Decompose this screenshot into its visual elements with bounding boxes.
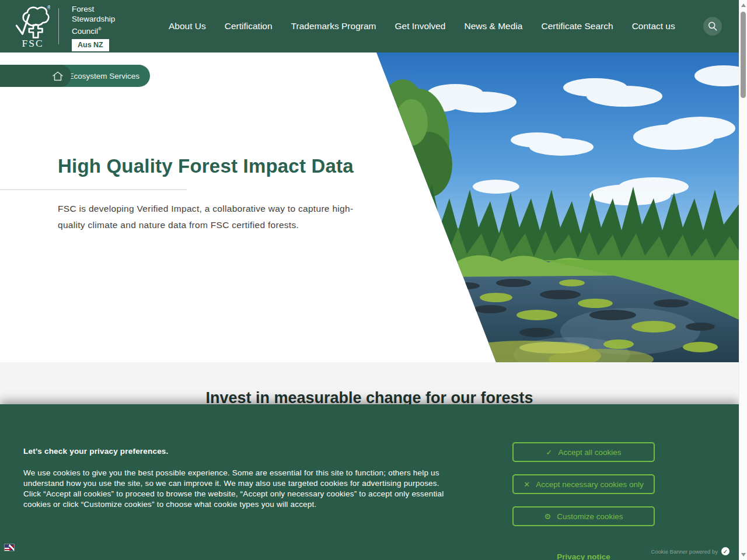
cookie-heading: Let’s check your privacy preferences. (23, 447, 455, 456)
breadcrumb-home[interactable] (0, 65, 71, 87)
nav-news-media[interactable]: News & Media (465, 21, 523, 32)
registered-mark: ® (47, 5, 50, 10)
x-icon: ✕ (523, 481, 530, 488)
region-badge[interactable]: Aus NZ (72, 39, 109, 51)
language-flag-icon[interactable] (5, 544, 14, 551)
search-button[interactable] (703, 17, 722, 36)
site-header: ® FSC Forest Stewardship Council® Aus NZ… (0, 0, 739, 52)
cookie-consent-banner: Let’s check your privacy preferences. We… (0, 404, 739, 560)
nav-get-involved[interactable]: Get Involved (395, 21, 445, 32)
search-icon (707, 20, 718, 32)
brand-name: Forest Stewardship Council® Aus NZ (72, 4, 115, 51)
fsc-logo-text: FSC (22, 37, 43, 48)
scrollbar-down-arrow[interactable] (741, 553, 746, 556)
page-description: FSC is developing Verified Impact, a col… (58, 201, 376, 233)
section-heading: Invest in measurable change for our fore… (0, 362, 739, 407)
customize-cookies-button[interactable]: ⚙ Customize cookies (512, 506, 655, 526)
check-icon: ✓ (546, 449, 553, 456)
nav-certificate-search[interactable]: Certificate Search (541, 21, 613, 32)
privacy-notice-wrap: Privacy notice (512, 551, 655, 560)
gear-icon: ⚙ (544, 513, 551, 520)
cookiehub-logo-icon[interactable]: ✓ (721, 547, 729, 555)
nav-certification[interactable]: Certification (225, 21, 273, 32)
page-title: High Quality Forest Impact Data (58, 155, 354, 177)
scrollbar-up-arrow[interactable] (741, 4, 746, 7)
cookie-text-block: Let’s check your privacy preferences. We… (23, 447, 455, 510)
brand-line-forest: Forest (72, 4, 115, 14)
nav-trademarks-program[interactable]: Trademarks Program (291, 21, 376, 32)
home-icon (52, 71, 64, 82)
powered-by-label: Cookie Banner powered by (651, 548, 718, 555)
cookie-buttons: ✓ Accept all cookies ✕ Accept necessary … (512, 442, 655, 560)
brand-line-council: Council® (72, 24, 115, 36)
cookie-body-text: We use cookies to give you the best poss… (23, 468, 455, 510)
cookie-powered-by: Cookie Banner powered by ✓ (651, 547, 729, 555)
scrollbar-thumb[interactable] (741, 12, 746, 98)
hero-section: Ecosystem Services High Quality Forest I… (0, 52, 739, 362)
main-nav: About Us Certification Trademarks Progra… (169, 0, 747, 52)
vertical-scrollbar (739, 0, 747, 560)
brand-divider (58, 8, 59, 44)
forest-river-illustration (350, 52, 739, 362)
fsc-tree-check-icon: ® FSC (14, 4, 50, 48)
breadcrumb-current-label: Ecosystem Services (68, 72, 139, 80)
title-divider (0, 189, 187, 190)
privacy-notice-link[interactable]: Privacy notice (557, 552, 610, 560)
accept-all-cookies-button[interactable]: ✓ Accept all cookies (512, 442, 655, 462)
fsc-webpage: ® FSC Forest Stewardship Council® Aus NZ… (0, 0, 747, 560)
registered-mark: ® (98, 26, 102, 32)
accept-necessary-cookies-button[interactable]: ✕ Accept necessary cookies only (512, 474, 655, 494)
brand-line-stewardship: Stewardship (72, 14, 115, 24)
fsc-logo[interactable]: ® FSC (14, 4, 50, 48)
nav-about-us[interactable]: About Us (169, 21, 206, 32)
nav-contact-us[interactable]: Contact us (632, 21, 675, 32)
